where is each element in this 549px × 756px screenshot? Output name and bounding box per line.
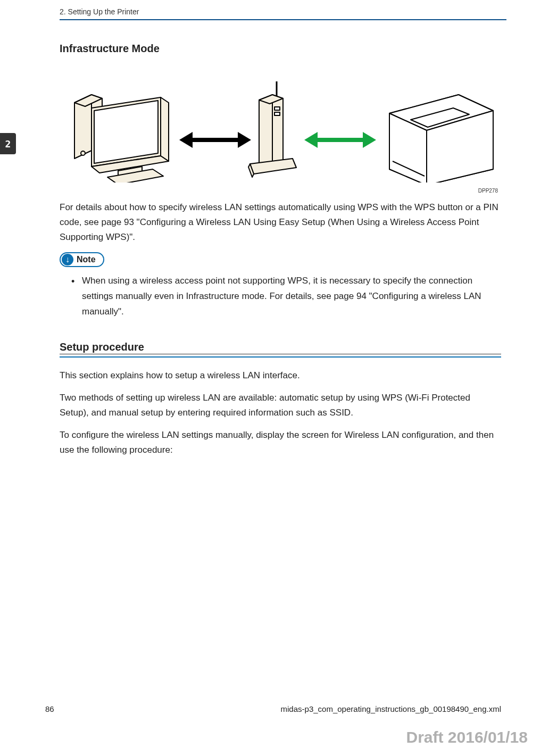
- svg-rect-22: [317, 138, 364, 142]
- note-item: When using a wireless access point not s…: [71, 273, 501, 320]
- chapter-tab: 2: [0, 133, 16, 154]
- note-label: ↓ Note: [60, 252, 104, 267]
- svg-marker-5: [94, 101, 158, 163]
- svg-rect-11: [192, 138, 239, 142]
- chapter-number: 2: [5, 138, 11, 149]
- black-arrow-icon: [179, 132, 251, 148]
- svg-marker-12: [238, 132, 251, 148]
- computer-icon: [74, 95, 169, 182]
- printer-icon: [389, 71, 493, 182]
- subsection-p1: This section explains how to setup a wir…: [60, 368, 501, 383]
- svg-rect-17: [274, 107, 280, 110]
- diagram-svg: [60, 71, 496, 182]
- paragraph-wps-details: For details about how to specify wireles…: [60, 200, 501, 245]
- page-footer: 86 midas-p3_com_operating_instructions_g…: [45, 704, 501, 713]
- section-title: Infrastructure Mode: [60, 43, 501, 55]
- svg-marker-6: [161, 97, 169, 161]
- infrastructure-diagram: [60, 71, 501, 182]
- svg-marker-14: [259, 95, 272, 167]
- main-content: Infrastructure Mode: [60, 43, 501, 465]
- chapter-label: 2. Setting Up the Printer: [60, 7, 139, 16]
- note-label-text: Note: [77, 255, 96, 264]
- page-number: 86: [45, 704, 54, 713]
- subsection-p3: To configure the wireless LAN settings m…: [60, 428, 501, 458]
- svg-marker-21: [304, 132, 318, 148]
- svg-marker-19: [250, 159, 296, 174]
- diagram-caption: DPP278: [60, 188, 501, 194]
- green-arrow-icon: [304, 132, 376, 148]
- svg-marker-15: [272, 95, 283, 164]
- subsection-setup-procedure: Setup procedure This section explains ho…: [60, 341, 501, 458]
- footer-filename: midas-p3_com_operating_instructions_gb_0…: [281, 704, 501, 713]
- svg-marker-10: [179, 132, 193, 148]
- note-list: When using a wireless access point not s…: [60, 273, 501, 320]
- draft-stamp: Draft 2016/01/18: [406, 728, 528, 746]
- router-icon: [248, 81, 296, 177]
- svg-point-3: [81, 151, 85, 155]
- svg-rect-18: [274, 112, 280, 115]
- svg-marker-23: [363, 132, 376, 148]
- page-header: 2. Setting Up the Printer: [60, 7, 506, 20]
- subsection-p2: Two methods of setting up wireless LAN a…: [60, 391, 501, 420]
- subsection-title: Setup procedure: [60, 341, 501, 358]
- down-arrow-icon: ↓: [62, 254, 73, 265]
